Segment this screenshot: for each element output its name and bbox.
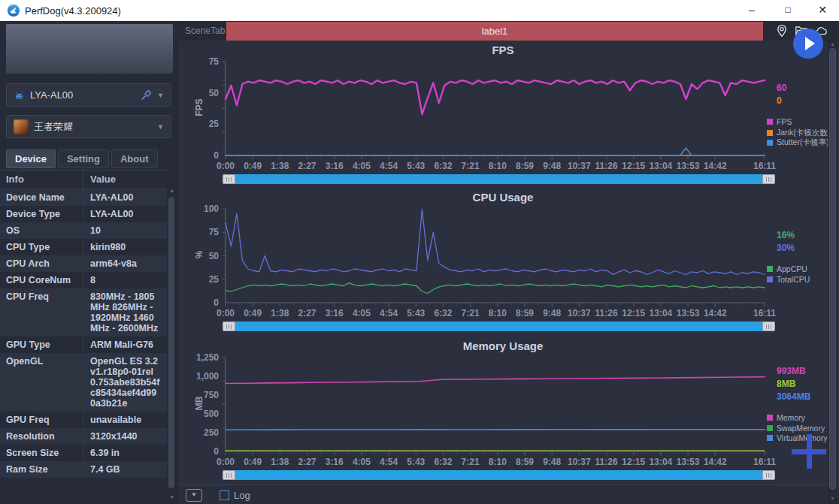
legend-item: TotalCPU — [767, 275, 810, 284]
window-title: PerfDog(v4.3.200924) — [25, 5, 121, 17]
chart-title: Memory Usage — [178, 340, 828, 352]
legend-swatch — [767, 130, 773, 136]
scrollbar-left-handle[interactable] — [223, 470, 235, 480]
play-button[interactable] — [793, 29, 823, 59]
info-cell: GPU Freq — [0, 412, 83, 428]
legend-label: AppCPU — [777, 264, 807, 273]
scroll-up-icon[interactable]: ▲ — [168, 188, 176, 193]
info-table-header: Info Value — [0, 170, 167, 189]
sidebar-tabs: Device Setting About — [6, 149, 158, 168]
log-checkbox-label: Log — [234, 490, 250, 501]
y-tick-label: 1,000 — [186, 371, 219, 382]
sidebar-scrollbar-thumb[interactable] — [168, 197, 174, 488]
y-tick-label: 750 — [186, 390, 219, 400]
chart-horizontal-scrollbar[interactable] — [223, 174, 775, 184]
legend-label: Jank(卡顿次数) — [777, 128, 830, 138]
value-column-header: Value — [83, 171, 167, 189]
android-icon — [14, 89, 25, 101]
current-value: 3064MB — [777, 391, 810, 402]
value-cell: 6.39 in — [83, 445, 167, 461]
maximize-button[interactable]: □ — [774, 0, 801, 21]
main-panel: SceneTab label1 FPSFPS02550750:000:491:3… — [177, 21, 839, 504]
series-TotalCPU — [226, 210, 765, 275]
value-cell: 830MHz - 1805MHz 826MHz - 1920MHz 1460MH… — [83, 288, 167, 337]
location-pin-icon[interactable] — [774, 23, 789, 38]
legend-swatch — [767, 435, 773, 441]
tab-device[interactable]: Device — [6, 149, 56, 168]
value-cell: 3120x1440 — [83, 428, 167, 445]
current-value: 8MB — [777, 379, 795, 389]
scroll-down-icon[interactable]: ▼ — [168, 494, 176, 499]
y-tick-label: 1,250 — [186, 352, 219, 363]
y-tick-label: 75 — [186, 227, 219, 237]
close-button[interactable]: ✕ — [809, 0, 836, 21]
chart-plot-area — [223, 62, 768, 161]
table-row: Device NameLYA-AL00 — [0, 189, 167, 206]
plus-icon — [807, 434, 812, 469]
main-vertical-scrollbar[interactable]: ▲ ▼ — [828, 41, 837, 504]
chart-title: FPS — [178, 44, 828, 56]
table-row: CPU CoreNum8 — [0, 272, 167, 288]
table-row: CPU Typekirin980 — [0, 239, 167, 255]
x-tick-label: 14:42 — [695, 308, 735, 318]
device-selector[interactable]: LYA-AL00 ▼ — [6, 83, 171, 107]
y-tick-label: 25 — [186, 119, 219, 129]
scene-tab[interactable]: SceneTab — [178, 21, 225, 41]
y-tick-label: 500 — [186, 409, 219, 419]
current-value: 0 — [777, 95, 782, 106]
info-cell: OS — [0, 222, 83, 239]
memory-usage-chart: Memory UsageMB02505007501,0001,2500:000:… — [178, 337, 828, 487]
title-bar: PerfDog(v4.3.200924) – □ ✕ — [0, 0, 839, 22]
device-selector-label: LYA-AL00 — [30, 89, 73, 101]
tab-setting[interactable]: Setting — [58, 149, 109, 168]
y-tick-label: 0 — [186, 446, 219, 457]
legend-swatch — [767, 119, 773, 125]
log-checkbox[interactable] — [220, 490, 229, 500]
bottom-bar: ▼ Log — [178, 484, 839, 504]
chart-horizontal-scrollbar[interactable] — [223, 321, 775, 331]
value-cell: arm64-v8a — [83, 255, 167, 272]
legend-item: Stutter(卡顿率) — [767, 137, 828, 148]
scene-top-bar: SceneTab label1 — [178, 21, 839, 41]
value-cell: LYA-AL00 — [83, 189, 167, 206]
scroll-down-icon[interactable]: ▼ — [828, 496, 837, 501]
series-Stutter(卡顿率) — [226, 148, 765, 155]
value-cell: 7.4 GB — [83, 461, 167, 478]
minimize-button[interactable]: – — [738, 0, 765, 21]
legend-label: Stutter(卡顿率) — [777, 137, 828, 148]
device-info-table: Info Value Device NameLYA-AL00Device Typ… — [0, 170, 167, 478]
value-cell: 8 — [83, 272, 167, 288]
scroll-up-icon[interactable]: ▲ — [828, 41, 837, 47]
legend-label: TotalCPU — [777, 275, 810, 284]
add-chart-button[interactable] — [789, 431, 829, 472]
current-value: 30% — [777, 243, 795, 253]
scrollbar-left-handle[interactable] — [223, 321, 235, 331]
scene-label-bar[interactable]: label1 — [226, 22, 763, 41]
table-row: OS10 — [0, 222, 167, 239]
legend-item: Memory — [767, 413, 805, 422]
info-cell: OpenGL — [0, 353, 83, 412]
main-scrollbar-thumb[interactable] — [829, 48, 836, 490]
scrollbar-right-handle[interactable] — [762, 321, 775, 331]
collapse-panel-button[interactable]: ▼ — [186, 489, 202, 502]
app-selector[interactable]: 王者荣耀 ▼ — [6, 115, 171, 138]
fps-chart: FPSFPS02550750:000:491:382:273:164:054:5… — [178, 41, 828, 188]
info-cell: Resolution — [0, 428, 83, 445]
y-tick-label: 25 — [186, 274, 219, 285]
y-tick-label: 100 — [186, 204, 219, 214]
legend-item: Jank(卡顿次数) — [767, 128, 830, 138]
table-row: Screen Size6.39 in — [0, 445, 167, 461]
scrollbar-right-handle[interactable] — [762, 470, 775, 480]
legend-label: FPS — [777, 117, 792, 126]
legend-swatch — [767, 276, 773, 282]
legend-label: Memory — [777, 413, 805, 422]
chart-plot-area — [223, 209, 768, 309]
tab-about[interactable]: About — [111, 149, 158, 168]
scrollbar-right-handle[interactable] — [762, 174, 775, 184]
x-tick-label: 16:11 — [745, 161, 784, 171]
value-cell: ARM Mali-G76 — [83, 337, 167, 353]
scrollbar-left-handle[interactable] — [223, 174, 235, 184]
y-tick-label: 0 — [186, 150, 219, 161]
value-cell: OpenGL ES 3.2 v1.r18p0-01rel0.753abe83b5… — [83, 353, 167, 412]
chart-horizontal-scrollbar[interactable] — [223, 470, 775, 480]
